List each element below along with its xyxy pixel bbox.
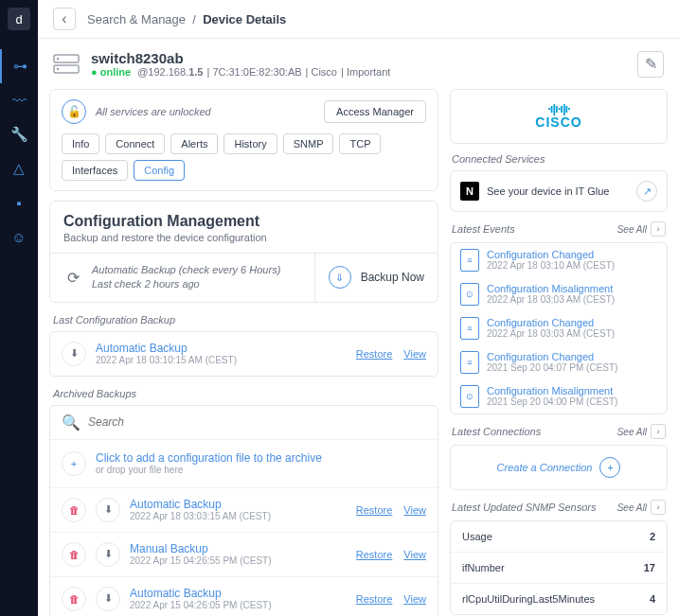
delete-icon[interactable]: 🗑 (62, 542, 86, 567)
svg-point-3 (57, 68, 59, 70)
event-row[interactable]: ≡Configuration Changed2021 Sep 20 04:07 … (451, 345, 667, 379)
vendor-logo-card: ·ı|ı·ı|ı· CISCO (450, 89, 668, 144)
auto-backup-info: ⟳ Automatic Backup (check every 6 Hours)… (50, 254, 315, 302)
sensor-row[interactable]: rlCpuUtilDuringLast5Minutes4 (451, 584, 667, 614)
event-row[interactable]: ≡Configuration Changed2022 Apr 18 03:10 … (451, 243, 667, 277)
archived-row: 🗑 ⬇ Automatic Backup2022 Apr 15 04:26:05… (50, 577, 438, 616)
add-file-row[interactable]: + Click to add a configuration file to t… (50, 440, 438, 488)
last-backup-card: ⬇ Automatic Backup 2022 Apr 18 03:10:15 … (49, 331, 438, 377)
view-link[interactable]: View (403, 549, 426, 560)
device-meta: ● online @192.168.1.5 | 7C:31:0E:82:30:A… (91, 66, 626, 78)
sensor-row[interactable]: ifNumber17 (451, 553, 667, 584)
app-logo[interactable]: d (8, 8, 30, 30)
nav-alerts-icon[interactable]: △ (0, 151, 38, 185)
device-header: switch8230ab ● online @192.168.1.5 | 7C:… (38, 39, 679, 89)
view-link[interactable]: View (403, 504, 426, 516)
it-glue-link[interactable]: N See your device in IT Glue ↗ (451, 171, 667, 211)
see-all-events[interactable]: See All› (617, 221, 666, 237)
restore-link[interactable]: Restore (356, 549, 393, 560)
backup-now-button[interactable]: ⇓ Backup Now (315, 254, 438, 302)
services-card: 🔓 All services are unlocked Access Manag… (49, 89, 438, 191)
search-row: 🔍 (50, 406, 438, 440)
events-label: Latest Events See All› (452, 221, 666, 237)
event-row[interactable]: ⊙Configuration Misalignment2021 Sep 20 0… (451, 379, 667, 414)
delete-icon[interactable]: 🗑 (62, 587, 86, 611)
breadcrumb-bar: ‹ Search & Manage / Device Details (38, 0, 679, 39)
tab-history[interactable]: History (223, 133, 277, 154)
tab-connect[interactable]: Connect (105, 133, 165, 154)
delete-icon[interactable]: 🗑 (62, 498, 86, 522)
access-manager-button[interactable]: Access Manager (324, 100, 426, 123)
tab-info[interactable]: Info (62, 133, 99, 154)
edit-button[interactable]: ✎ (637, 51, 664, 78)
download-icon[interactable]: ⬇ (96, 542, 120, 567)
download-icon[interactable]: ⬇ (62, 342, 86, 366)
tab-interfaces[interactable]: Interfaces (62, 160, 128, 181)
download-icon: ⇓ (329, 266, 351, 289)
restore-link[interactable]: Restore (356, 593, 393, 605)
svg-point-2 (57, 58, 59, 60)
main-content: ‹ Search & Manage / Device Details switc… (38, 0, 679, 616)
breadcrumb: Search & Manage / Device Details (87, 12, 286, 26)
nav-activity-icon[interactable]: 〰 (0, 83, 38, 117)
last-backup-label: Last Configuration Backup (53, 314, 435, 326)
nav-chat-icon[interactable]: ▪ (0, 185, 38, 220)
see-all-snmp[interactable]: See All› (617, 500, 666, 515)
plus-icon: + (62, 451, 86, 476)
archived-row: 🗑 ⬇ Manual Backup2022 Apr 15 04:26:55 PM… (50, 533, 438, 577)
switch-icon (53, 54, 80, 75)
search-input[interactable] (88, 415, 426, 429)
connections-card: Create a Connection + (450, 445, 668, 490)
snmp-label: Latest Updated SNMP Sensors See All› (452, 500, 666, 515)
event-row[interactable]: ≡Configuration Changed2022 Apr 18 03:03 … (451, 311, 667, 345)
doc-icon: ≡ (460, 351, 479, 374)
app-sidebar: d ⊶ 〰 🔧 △ ▪ ☺ (0, 0, 38, 616)
create-connection-button[interactable]: Create a Connection + (451, 446, 667, 489)
archived-label: Archived Backups (53, 388, 435, 399)
archived-card: 🔍 + Click to add a configuration file to… (49, 405, 438, 616)
nav-settings-icon[interactable]: 🔧 (0, 117, 38, 151)
restore-link[interactable]: Restore (356, 504, 393, 516)
nav-support-icon[interactable]: ☺ (0, 220, 38, 254)
breadcrumb-current: Device Details (203, 12, 286, 26)
download-icon[interactable]: ⬇ (96, 498, 120, 522)
config-title: Configuration Management (50, 202, 438, 232)
chevron-right-icon: › (651, 221, 666, 237)
chevron-right-icon: › (651, 424, 666, 439)
archived-row: 🗑 ⬇ Automatic Backup2022 Apr 18 03:03:15… (50, 488, 438, 533)
config-subtitle: Backup and restore the device configurat… (50, 232, 438, 253)
refresh-icon: ⟳ (63, 268, 82, 287)
restore-link[interactable]: Restore (356, 348, 393, 360)
connected-services-card: N See your device in IT Glue ↗ (450, 170, 668, 212)
tab-config[interactable]: Config (134, 160, 185, 181)
tab-tcp[interactable]: TCP (339, 133, 381, 154)
backup-title[interactable]: Automatic Backup (96, 342, 347, 355)
events-card: ≡Configuration Changed2022 Apr 18 03:10 … (450, 242, 668, 414)
tab-alerts[interactable]: Alerts (170, 133, 218, 154)
device-name: switch8230ab (91, 50, 626, 66)
it-glue-icon: N (460, 182, 479, 201)
device-tabs: Info Connect Alerts History SNMP TCP Int… (50, 133, 438, 190)
see-all-connections[interactable]: See All› (617, 424, 666, 439)
doc-icon: ⊙ (460, 385, 479, 408)
event-row[interactable]: ⊙Configuration Misalignment2022 Apr 18 0… (451, 277, 667, 311)
config-card: Configuration Management Backup and rest… (49, 201, 438, 303)
download-icon[interactable]: ⬇ (96, 587, 120, 611)
backup-date: 2022 Apr 18 03:10:15 AM (CEST) (96, 355, 347, 365)
chevron-right-icon: › (651, 500, 666, 515)
doc-icon: ⊙ (460, 283, 479, 306)
status-indicator: ● online (91, 66, 131, 78)
cisco-logo: ·ı|ı·ı|ı· CISCO (535, 102, 581, 131)
external-link-icon: ↗ (636, 181, 657, 202)
nav-topology-icon[interactable]: ⊶ (0, 49, 38, 83)
sensor-row[interactable]: Usage2 (451, 521, 667, 553)
view-link[interactable]: View (403, 593, 426, 605)
view-link[interactable]: View (403, 348, 426, 360)
back-button[interactable]: ‹ (53, 8, 76, 30)
breadcrumb-parent[interactable]: Search & Manage (87, 12, 186, 26)
search-icon: 🔍 (62, 414, 80, 431)
connections-label: Latest Connections See All› (452, 424, 666, 439)
unlock-icon: 🔓 (62, 99, 86, 124)
tab-snmp[interactable]: SNMP (283, 133, 334, 154)
connected-services-label: Connected Services (452, 153, 666, 165)
